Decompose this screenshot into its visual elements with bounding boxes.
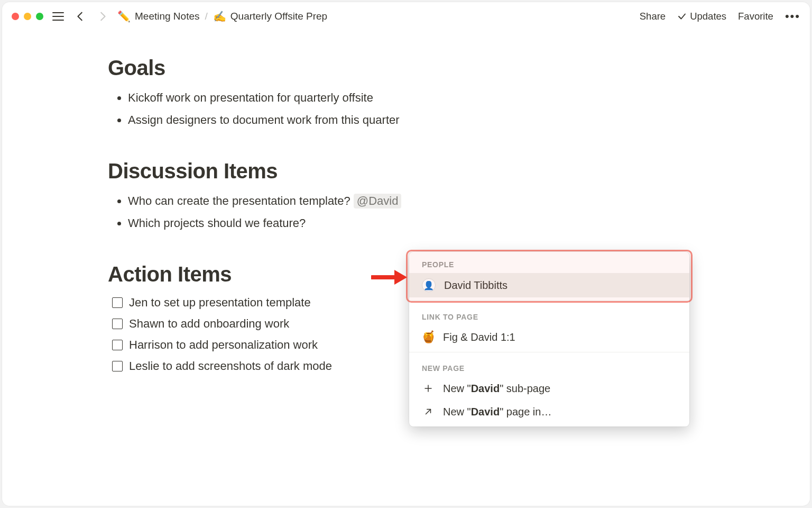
popover-section-link: LINK TO PAGE bbox=[409, 304, 689, 325]
checkbox[interactable] bbox=[112, 361, 123, 371]
mention-chip[interactable]: @David bbox=[354, 194, 402, 208]
popover-item-label: New "David" page in… bbox=[443, 406, 551, 418]
svg-line-5 bbox=[426, 410, 431, 414]
app-window: ✏️ Meeting Notes / ✍️ Quarterly Offsite … bbox=[2, 2, 810, 506]
heading-discussion[interactable]: Discussion Items bbox=[108, 159, 768, 183]
popover-item-new-page-in[interactable]: New "David" page in… bbox=[409, 400, 689, 427]
discussion-list: Who can create the presentation template… bbox=[108, 193, 768, 232]
share-button[interactable]: Share bbox=[640, 11, 666, 22]
discussion-text: Who can create the presentation template… bbox=[128, 194, 354, 207]
check-icon bbox=[677, 12, 687, 21]
breadcrumb-parent-label: Meeting Notes bbox=[135, 11, 200, 22]
breadcrumb-current[interactable]: ✍️ Quarterly Offsite Prep bbox=[213, 10, 327, 23]
favorite-button[interactable]: Favorite bbox=[738, 11, 773, 22]
annotation-arrow-icon bbox=[371, 267, 407, 288]
list-item[interactable]: Who can create the presentation template… bbox=[128, 193, 768, 210]
pencil-icon: ✏️ bbox=[117, 10, 131, 23]
goals-list: Kickoff work on presentation for quarter… bbox=[108, 89, 768, 129]
sidebar-toggle-icon[interactable] bbox=[51, 9, 66, 24]
topbar-actions: Share Updates Favorite ••• bbox=[640, 11, 800, 22]
list-item[interactable]: Which projects should we feature? bbox=[128, 215, 768, 232]
favorite-label: Favorite bbox=[738, 11, 773, 22]
updates-button[interactable]: Updates bbox=[677, 11, 726, 22]
window-controls bbox=[12, 13, 43, 20]
breadcrumb-current-label: Quarterly Offsite Prep bbox=[230, 11, 327, 22]
minimize-window-button[interactable] bbox=[24, 13, 31, 20]
close-window-button[interactable] bbox=[12, 13, 19, 20]
breadcrumb-parent[interactable]: ✏️ Meeting Notes bbox=[117, 10, 200, 23]
popover-item-link-page[interactable]: 🍯 Fig & David 1:1 bbox=[409, 325, 689, 349]
popover-item-new-subpage[interactable]: New "David" sub-page bbox=[409, 377, 689, 400]
arrow-up-right-icon bbox=[422, 405, 435, 418]
share-label: Share bbox=[640, 11, 666, 22]
list-item[interactable]: Assign designers to document work from t… bbox=[128, 112, 768, 129]
checkbox[interactable] bbox=[112, 340, 123, 350]
popover-section-newpage: NEW PAGE bbox=[409, 356, 689, 377]
breadcrumb-separator: / bbox=[205, 11, 208, 22]
popover-item-person[interactable]: 👤 David Tibbitts bbox=[409, 273, 689, 297]
top-bar: ✏️ Meeting Notes / ✍️ Quarterly Offsite … bbox=[2, 2, 810, 31]
svg-marker-7 bbox=[394, 270, 407, 285]
more-menu-button[interactable]: ••• bbox=[785, 11, 800, 22]
list-item[interactable]: Kickoff work on presentation for quarter… bbox=[128, 89, 768, 106]
mention-popover: PEOPLE 👤 David Tibbitts LINK TO PAGE 🍯 F… bbox=[409, 252, 689, 427]
popover-section-people: PEOPLE bbox=[409, 252, 689, 273]
todo-label: Harrison to add personalization work bbox=[129, 338, 318, 352]
ellipsis-icon: ••• bbox=[785, 11, 800, 22]
nav-back-button[interactable] bbox=[73, 9, 88, 24]
popover-divider bbox=[409, 352, 689, 352]
popover-item-label: New "David" sub-page bbox=[443, 383, 550, 395]
popover-item-label: David Tibbitts bbox=[444, 279, 508, 292]
maximize-window-button[interactable] bbox=[36, 13, 43, 20]
honey-pot-icon: 🍯 bbox=[422, 331, 435, 343]
popover-divider bbox=[409, 301, 689, 301]
breadcrumb: ✏️ Meeting Notes / ✍️ Quarterly Offsite … bbox=[117, 10, 327, 23]
todo-label: Shawn to add onboarding work bbox=[129, 317, 289, 331]
todo-label: Leslie to add screenshots of dark mode bbox=[129, 359, 332, 373]
popover-item-label: Fig & David 1:1 bbox=[443, 331, 515, 343]
plus-icon bbox=[422, 382, 435, 395]
updates-label: Updates bbox=[690, 11, 726, 22]
checkbox[interactable] bbox=[112, 319, 123, 329]
avatar-icon: 👤 bbox=[422, 278, 436, 292]
nav-forward-button[interactable] bbox=[95, 9, 110, 24]
checkbox[interactable] bbox=[112, 297, 123, 308]
writing-hand-icon: ✍️ bbox=[213, 10, 226, 23]
todo-label: Jen to set up presentation template bbox=[129, 296, 311, 310]
heading-goals[interactable]: Goals bbox=[108, 56, 768, 80]
